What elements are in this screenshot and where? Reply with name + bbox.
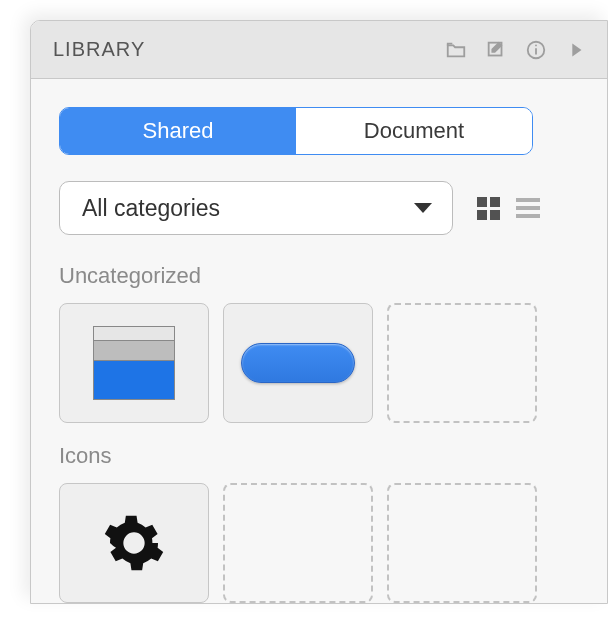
section-uncategorized: Uncategorized (59, 263, 579, 423)
library-item-button[interactable] (223, 303, 373, 423)
info-icon[interactable] (523, 37, 549, 63)
list-view-icon[interactable] (515, 195, 541, 221)
library-item-placeholder[interactable] (387, 303, 537, 423)
edit-icon[interactable] (483, 37, 509, 63)
category-select-label: All categories (82, 195, 414, 222)
play-icon[interactable] (563, 37, 589, 63)
section-title-uncategorized: Uncategorized (59, 263, 579, 289)
panel-body: Shared Document All categories (31, 79, 607, 603)
panel-header: LIBRARY (31, 21, 607, 79)
library-item-stack[interactable] (59, 303, 209, 423)
grid-view-icon[interactable] (475, 195, 501, 221)
gear-icon (102, 511, 166, 575)
library-item-gear[interactable] (59, 483, 209, 603)
view-toggles (475, 195, 541, 221)
header-actions (443, 37, 589, 63)
category-select[interactable]: All categories (59, 181, 453, 235)
stack-thumbnail-icon (93, 326, 175, 400)
library-item-placeholder[interactable] (223, 483, 373, 603)
chevron-down-icon (414, 203, 432, 213)
tab-document[interactable]: Document (296, 108, 532, 154)
library-item-placeholder[interactable] (387, 483, 537, 603)
panel-title: LIBRARY (53, 38, 145, 61)
svg-point-3 (535, 44, 537, 46)
tab-shared[interactable]: Shared (60, 108, 296, 154)
section-icons: Icons (59, 443, 579, 603)
scope-segmented-control: Shared Document (59, 107, 533, 155)
library-panel: LIBRARY (30, 20, 608, 604)
button-thumbnail-icon (241, 343, 355, 383)
folder-icon[interactable] (443, 37, 469, 63)
section-title-icons: Icons (59, 443, 579, 469)
